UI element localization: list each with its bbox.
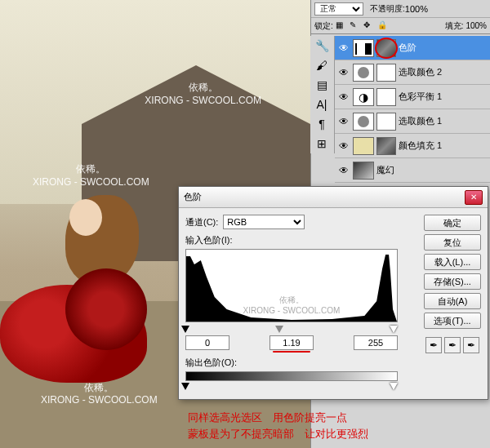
ok-button[interactable]: 确定 (424, 215, 481, 231)
input-levels-label: 输入色阶(I): (185, 234, 417, 246)
visibility-eye-icon[interactable]: 👁 (337, 66, 350, 79)
layer-mask-thumb[interactable] (376, 88, 396, 106)
opacity-value[interactable]: 100% (405, 4, 428, 14)
visibility-eye-icon[interactable]: 👁 (337, 115, 350, 128)
fill-label: 填充: (445, 20, 464, 32)
layer-mask-thumb[interactable] (376, 64, 396, 82)
adjustment-thumb[interactable] (353, 162, 374, 180)
watermark: 依稀。 XIRONG - SWCOOL.COM (33, 163, 149, 189)
output-slider-track[interactable] (185, 383, 398, 391)
output-highlight-slider[interactable] (390, 383, 398, 390)
layer-name[interactable]: 选取颜色 2 (399, 66, 442, 78)
watermark-line1: 依稀。 (33, 163, 149, 176)
photo-face (69, 199, 102, 236)
blend-mode-row: 正常 不透明度: 100% (311, 0, 490, 18)
midtone-slider[interactable] (275, 326, 283, 333)
layer-name[interactable]: 色阶 (399, 42, 416, 54)
highlight-slider[interactable] (390, 326, 398, 333)
layer-row[interactable]: 👁 色彩平衡 1 (335, 85, 490, 109)
layer-row-levels[interactable]: 👁 色阶 (335, 36, 490, 60)
cancel-button[interactable]: 复位 (424, 234, 481, 251)
highlight-input[interactable] (354, 335, 398, 350)
adjustment-thumb[interactable] (353, 64, 374, 82)
visibility-eye-icon[interactable]: 👁 (337, 164, 350, 177)
annotation-line2: 蒙板是为了不提亮暗部 让对比更强烈 (188, 426, 482, 442)
adjustment-thumb[interactable] (353, 39, 374, 57)
close-icon[interactable]: ✕ (465, 190, 483, 205)
channel-label: 通道(C): (185, 216, 218, 228)
auto-button[interactable]: 自动(A) (424, 293, 481, 309)
watermark: 依稀。 XIRONG - SWCOOL.COM (145, 82, 261, 107)
lock-label: 锁定: (314, 20, 333, 32)
load-button[interactable]: 载入(L)... (424, 254, 481, 270)
channel-select[interactable]: RGB (223, 215, 305, 229)
watermark: 依稀。 XIRONG - SWCOOL.COM (41, 382, 158, 407)
photo-roses (0, 285, 147, 383)
output-levels-label: 输出色阶(O): (185, 357, 417, 369)
dialog-titlebar[interactable]: 色阶 ✕ (179, 187, 488, 208)
wrench-icon[interactable]: 🔧 (310, 36, 333, 55)
white-eyedropper-icon[interactable]: ✒ (463, 337, 479, 353)
fill-thumb[interactable] (353, 137, 374, 155)
gray-eyedropper-icon[interactable]: ✒ (444, 337, 461, 353)
visibility-eye-icon[interactable]: 👁 (337, 140, 350, 153)
watermark-line1: 依稀。 (145, 82, 261, 95)
options-icon[interactable]: ⊞ (310, 134, 333, 153)
lock-row: 锁定: ▦ ✎ ✥ 🔒 填充: 100% (311, 18, 490, 34)
visibility-eye-icon[interactable]: 👁 (337, 91, 350, 104)
watermark-line2: XIRONG - SWCOOL.COM (41, 394, 158, 407)
lock-transparency-icon[interactable]: ▦ (336, 20, 347, 32)
layer-row[interactable]: 👁 颜色填充 1 (335, 134, 490, 158)
shadow-input[interactable] (185, 335, 229, 350)
lock-position-icon[interactable]: ✥ (363, 20, 375, 32)
watermark-line1: 依稀。 (41, 382, 158, 395)
brush-icon[interactable]: 🖌 (310, 55, 333, 75)
output-gradient (185, 371, 398, 381)
layer-row[interactable]: 👁 选取颜色 2 (335, 60, 490, 85)
layer-row[interactable]: 👁 选取颜色 1 (335, 109, 490, 134)
histogram-chart: 依稀。 XIRONG - SWCOOL.COM (185, 249, 398, 322)
swatches-icon[interactable]: ▤ (310, 75, 333, 95)
layer-name[interactable]: 魔幻 (376, 164, 394, 176)
adjustment-thumb[interactable] (353, 113, 374, 131)
output-shadow-slider[interactable] (181, 383, 189, 390)
layer-mask-thumb[interactable] (376, 113, 396, 131)
watermark-line2: XIRONG - SWCOOL.COM (145, 95, 261, 108)
annotation-underline (273, 351, 310, 353)
midtone-input[interactable] (270, 335, 314, 350)
layers-list: 👁 色阶 👁 选取颜色 2 👁 色彩平衡 1 👁 选取颜色 1 👁 颜色填充 1… (335, 36, 490, 183)
shadow-slider[interactable] (181, 326, 189, 333)
blend-mode-select[interactable]: 正常 (314, 2, 363, 16)
type-icon[interactable]: A| (310, 95, 333, 114)
paragraph-icon[interactable]: ¶ (310, 114, 333, 134)
dialog-title: 色阶 (184, 191, 465, 203)
black-eyedropper-icon[interactable]: ✒ (425, 337, 442, 353)
watermark: 依稀。 XIRONG - SWCOOL.COM (243, 295, 341, 315)
panel-toolbar: 🔧 🖌 ▤ A| ¶ ⊞ (310, 36, 335, 153)
options-button[interactable]: 选项(T)... (424, 313, 481, 329)
visibility-eye-icon[interactable]: 👁 (337, 42, 350, 55)
fill-value[interactable]: 100% (466, 21, 487, 30)
adjustment-thumb[interactable] (353, 88, 374, 106)
save-button[interactable]: 存储(S)... (424, 273, 481, 290)
lock-pixels-icon[interactable]: ✎ (350, 20, 361, 32)
layer-mask-thumb[interactable] (376, 39, 396, 57)
annotation-line1: 同样选高光选区 用色阶提亮一点 (188, 410, 482, 426)
layer-name[interactable]: 色彩平衡 1 (399, 91, 442, 103)
input-slider-track[interactable] (185, 326, 398, 334)
watermark-line2: XIRONG - SWCOOL.COM (33, 176, 149, 189)
levels-dialog: 色阶 ✕ 通道(C): RGB 输入色阶(I): 依稀。 XIRONG - SW… (178, 186, 488, 400)
tutorial-annotation: 同样选高光选区 用色阶提亮一点 蒙板是为了不提亮暗部 让对比更强烈 (188, 410, 482, 441)
lock-all-icon[interactable]: 🔒 (377, 20, 389, 32)
layer-name[interactable]: 颜色填充 1 (399, 140, 442, 152)
layer-row[interactable]: 👁 魔幻 (335, 158, 490, 183)
layer-name[interactable]: 选取颜色 1 (399, 115, 442, 127)
layer-mask-thumb[interactable] (376, 137, 396, 155)
opacity-label: 不透明度: (370, 3, 405, 15)
